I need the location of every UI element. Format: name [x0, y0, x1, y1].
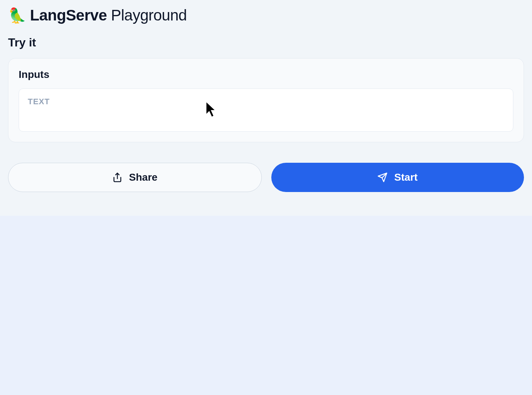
send-icon — [377, 172, 388, 183]
section-label: Try it — [8, 36, 524, 49]
parrot-icon: 🦜 — [8, 8, 26, 23]
start-button-label: Start — [394, 172, 418, 183]
lower-region — [0, 216, 532, 395]
title-light-part: Playground — [111, 7, 186, 24]
share-button[interactable]: Share — [8, 163, 262, 192]
share-icon — [112, 172, 122, 183]
button-row: Share Start — [8, 163, 524, 192]
start-button[interactable]: Start — [271, 163, 524, 192]
text-input[interactable]: TEXT — [19, 89, 513, 132]
page-title: LangServe Playground — [30, 7, 187, 24]
inputs-card: Inputs TEXT — [8, 58, 524, 142]
page-header: 🦜 LangServe Playground — [8, 7, 524, 24]
title-bold-part: LangServe — [30, 7, 107, 24]
main-content: 🦜 LangServe Playground Try it Inputs TEX… — [0, 0, 532, 216]
text-input-label: TEXT — [28, 97, 504, 106]
share-button-label: Share — [129, 172, 158, 183]
inputs-card-title: Inputs — [19, 69, 513, 80]
